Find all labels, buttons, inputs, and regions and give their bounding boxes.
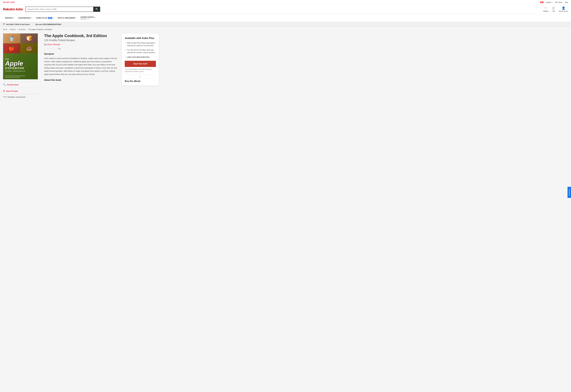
trial-disclaimer: *The free trial offer is not valid in Qu… [125,68,156,73]
promo-flag-icon: 🚩 [3,23,5,25]
search-input[interactable] [25,7,93,12]
nav-audiobooks-label: AUDIOBOOKS [18,17,31,19]
search-icon: 🔍 [95,8,98,11]
nav-audiobooks-chevron: ▾ [31,17,32,19]
book-cover-inner: 🥤 🍞 🍎 🍩 THE Apple COOKBOOK 3rd Edition ·… [3,33,38,79]
center-panel: The Apple Cookbook, 3rd Edition 125 Fres… [44,33,118,98]
flag-icon: 🇨🇦 [540,1,543,4]
nav-super-points-chevron: ▾ [95,17,96,19]
book-author: by Olwen Woodier [44,43,118,46]
main-content: 🥤 🍞 🍎 🍩 THE Apple COOKBOOK 3rd Edition ·… [0,32,162,103]
deals-text: Get DAILY DEALS and more! [6,23,30,25]
rank-food-link[interactable]: Food & Drink [16,96,25,98]
collage-cell-2: 🍞 [21,33,38,43]
start-trial-button[interactable]: Start free trial* [125,61,156,67]
kobo-plus-item-3[interactable]: Learn more about Kobo Plus › [127,56,156,58]
my-account-wrap: My Account ▾ [559,10,568,12]
breadcrumb-sep-3: / [27,28,27,30]
promo-text[interactable]: Get $15, John! [3,1,15,3]
cover-cookbook: COOKBOOK [5,67,36,70]
nav-bar: eBOOKS ▾ AUDIOBOOKS ▾ KOBO PLUS NEW ▾ AP… [0,14,571,22]
logo[interactable]: Rakuten kobo [3,7,23,11]
kobo-plus-card: Available with Kobo Plus With a Kobo Plu… [122,33,159,86]
top-bar-promo: Get $15, John! [3,1,15,3]
star-rating: ☆ ☆ ☆ ☆ ☆ (0) [44,47,118,50]
save-preview-label: Save Preview [6,90,18,92]
star-1: ☆ [44,47,46,50]
author-name[interactable]: Olwen Woodier [47,43,60,45]
breadcrumb: Home / eBooks / Nonfiction / The Apple C… [0,27,571,32]
breadcrumb-sep-2: / [17,28,17,30]
header: Rakuten kobo 🔍 ♡ Wishlist 🛒 Cart 👤 My Ac… [0,5,571,14]
nav-apps[interactable]: APPS & eREADERS ▾ [56,15,78,21]
nav-apps-chevron: ▾ [76,17,77,19]
nav-ebooks-label: eBOOKS [5,17,13,19]
left-panel: 🥤 🍞 🍎 🍩 THE Apple COOKBOOK 3rd Edition ·… [3,33,40,98]
breadcrumb-home[interactable]: Home [3,28,7,30]
save-preview-button[interactable]: ⬇ Save Preview [3,88,40,94]
about-title: About this book [44,79,118,81]
breadcrumb-ebooks[interactable]: eBooks [10,28,15,30]
deals-promo[interactable]: 🚩 Get DAILY DEALS and more! [3,23,30,25]
rank-info: #19 in Nonfiction, Food & Drink [3,96,40,98]
synopsis-title: Synopsis [44,53,118,55]
star-2: ☆ [47,47,49,50]
cart-icon: 🛒 [552,6,556,10]
promo-divider: | [32,23,33,25]
kobo-plus-title: Available with Kobo Plus [125,36,156,40]
help-link[interactable]: Help [565,1,568,3]
account-chevron: ▾ [567,10,568,12]
breadcrumb-current: The Apple Cookbook, 3rd Edition [29,28,52,30]
kobo-plus-bullet-2: Try it for free for 30 days, then pay on… [127,49,155,54]
cover-title-area: THE Apple COOKBOOK 3rd Edition · 180,000… [5,58,36,72]
top-bar-right: 🇨🇦 English ▾ Gift Cards Help [540,1,568,4]
search-button[interactable]: 🔍 [93,7,100,12]
kobo-plus-bullet-1: With a Kobo Plus Read subscription, read… [127,42,155,46]
nav-ebooks[interactable]: eBOOKS ▾ [3,15,16,21]
nav-super-points-label: SUPER POINTS [80,16,94,18]
buy-ebook-title: Buy the eBook [125,80,156,83]
star-5: ☆ [55,47,57,50]
rank-nonfiction-link[interactable]: Nonfiction [8,96,15,98]
search-bar: 🔍 [25,7,100,12]
star-4: ☆ [52,47,55,50]
nav-ebooks-chevron: ▾ [14,17,14,19]
account-label: My Account [559,10,567,12]
nav-kobo-plus[interactable]: KOBO PLUS NEW ▾ [34,15,56,21]
author-by: by [44,43,46,45]
collage-cell-3: 🍎 [3,43,20,53]
gift-cards-link[interactable]: Gift Cards [555,1,562,3]
cover-apple: Apple [5,60,36,67]
account-button[interactable]: 👤 My Account ▾ [559,6,568,12]
heart-icon: ♡ [544,6,547,10]
right-panel: Available with Kobo Plus With a Kobo Plu… [122,33,159,98]
wishlist-label: Wishlist [543,10,548,12]
or-divider: or [125,74,156,79]
recommendations-link[interactable]: See your RECOMMENDATIONS [35,23,61,25]
cart-button[interactable]: 🛒 Cart [552,6,556,12]
learn-more-link[interactable]: Learn more about Kobo Plus › [127,56,150,58]
logo-text: Rakuten kobo [3,7,23,11]
promo-bar: 🚩 Get DAILY DEALS and more! | See your R… [0,22,571,27]
nav-audiobooks[interactable]: AUDIOBOOKS ▾ [16,15,34,21]
nav-kobo-plus-chevron: ▾ [53,17,54,19]
user-icon: 👤 [562,6,565,10]
star-3: ☆ [50,47,52,50]
book-title: The Apple Cookbook, 3rd Edition [44,33,118,38]
wishlist-button[interactable]: ♡ Wishlist [543,6,548,12]
preview-now-button[interactable]: 🔍 Preview Now [3,82,40,88]
cart-label: Cart [552,10,555,12]
kobo-plus-list: With a Kobo Plus Read subscription, read… [125,42,156,58]
language-select[interactable]: English ▾ [546,1,552,3]
language-chevron: ▾ [552,2,552,3]
nav-super-points[interactable]: SUPER POINTS Balance: 0 ▾ [78,14,98,22]
super-points-balance: Balance: 0 [80,18,94,20]
download-icon: ⬇ [3,90,5,92]
synopsis-text: From sweet to savory and from breakfast … [44,57,118,76]
breadcrumb-nonfiction[interactable]: Nonfiction [18,28,26,30]
book-subtitle: 125 Freshly Picked Recipes [44,39,118,42]
nav-apps-label: APPS & eREADERS [58,17,75,19]
cover-subtitle: 3rd Edition · 180,000 copies sold [5,70,36,72]
preview-icon: 🔍 [3,83,6,86]
rating-count: (0) [58,48,60,50]
